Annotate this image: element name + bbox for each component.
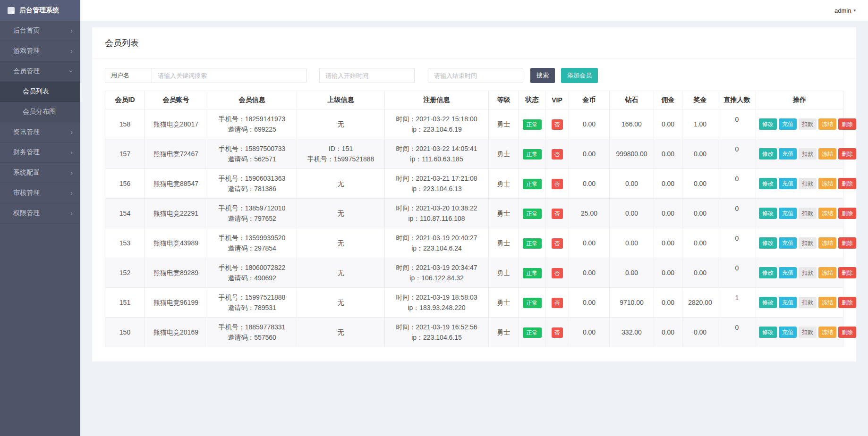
parent-info-cell: 无 xyxy=(297,228,385,258)
diamond-cell: 9710.00 xyxy=(610,288,654,318)
status-cell: 正常 xyxy=(519,318,545,347)
commission-cell: 0.00 xyxy=(654,109,682,139)
deduct-button[interactable]: 扣款 xyxy=(799,178,817,189)
vip-badge: 否 xyxy=(552,119,563,130)
sidebar-item-member-list[interactable]: 会员列表 xyxy=(0,82,80,102)
register-info-cell: 时间：2021-03-22 15:18:00ip：223.104.6.19 xyxy=(385,109,489,139)
actions-cell: 修改充值扣款冻结删除 xyxy=(756,199,843,228)
deduct-button[interactable]: 扣款 xyxy=(799,208,817,219)
sidebar-item-finance[interactable]: 财务管理› xyxy=(0,143,80,163)
vip-badge: 否 xyxy=(552,179,563,189)
deduct-button[interactable]: 扣款 xyxy=(799,237,817,249)
delete-button[interactable]: 删除 xyxy=(838,148,856,159)
vip-badge: 否 xyxy=(552,327,563,338)
level-cell: 勇士 xyxy=(489,139,519,169)
edit-button[interactable]: 修改 xyxy=(759,118,777,130)
bonus-cell: 1.00 xyxy=(682,109,718,139)
search-button[interactable]: 搜索 xyxy=(530,68,555,83)
freeze-button[interactable]: 冻结 xyxy=(818,208,836,219)
edit-button[interactable]: 修改 xyxy=(759,297,777,308)
sidebar-item-label: 系统配置 xyxy=(13,168,40,177)
sidebar-item-audit[interactable]: 审核管理› xyxy=(0,183,80,203)
edit-button[interactable]: 修改 xyxy=(759,178,777,189)
delete-button[interactable]: 删除 xyxy=(838,118,856,130)
chevron-right-icon: › xyxy=(70,27,73,34)
chevron-right-icon: › xyxy=(70,129,73,135)
freeze-button[interactable]: 冻结 xyxy=(818,297,836,308)
recharge-button[interactable]: 充值 xyxy=(779,208,797,219)
recharge-button[interactable]: 充值 xyxy=(779,178,797,189)
commission-cell: 0.00 xyxy=(654,228,682,258)
status-cell: 正常 xyxy=(519,139,545,169)
register-info-cell: 时间：2021-03-19 20:34:47ip：106.122.84.32 xyxy=(385,258,489,288)
commission-cell: 0.00 xyxy=(654,258,682,288)
actions-cell: 修改充值扣款冻结删除 xyxy=(756,228,843,258)
status-badge: 正常 xyxy=(523,179,542,189)
member-account-cell: 熊猫电竞88547 xyxy=(145,169,207,199)
start-time-input[interactable] xyxy=(319,68,415,83)
column-header: 会员账号 xyxy=(145,91,207,109)
freeze-button[interactable]: 冻结 xyxy=(818,118,836,130)
edit-button[interactable]: 修改 xyxy=(759,327,777,338)
freeze-button[interactable]: 冻结 xyxy=(818,178,836,189)
sidebar-item-system[interactable]: 系统配置› xyxy=(0,163,80,183)
deduct-button[interactable]: 扣款 xyxy=(799,297,817,308)
status-badge: 正常 xyxy=(523,119,542,130)
column-header: 奖金 xyxy=(682,91,718,109)
freeze-button[interactable]: 冻结 xyxy=(818,148,836,159)
table-row: 156熊猫电竞88547手机号：15906031363邀请码：781386无时间… xyxy=(105,169,843,199)
recharge-button[interactable]: 充值 xyxy=(779,237,797,249)
deduct-button[interactable]: 扣款 xyxy=(799,267,817,278)
sidebar-item-member[interactable]: 会员管理› xyxy=(0,61,80,82)
column-header: 金币 xyxy=(569,91,610,109)
parent-info-cell: 无 xyxy=(297,199,385,228)
delete-button[interactable]: 删除 xyxy=(838,178,856,189)
bonus-cell: 0.00 xyxy=(682,199,718,228)
table-row: 152熊猫电竞89289手机号：18060072822邀请码：490692无时间… xyxy=(105,258,843,288)
field-select[interactable]: 用户名 xyxy=(105,68,152,83)
vip-badge: 否 xyxy=(552,238,563,249)
recharge-button[interactable]: 充值 xyxy=(779,118,797,130)
edit-button[interactable]: 修改 xyxy=(759,148,777,159)
edit-button[interactable]: 修改 xyxy=(759,237,777,249)
table-row: 158熊猫电竞28017手机号：18259141973邀请码：699225无时间… xyxy=(105,109,843,139)
freeze-button[interactable]: 冻结 xyxy=(818,237,836,249)
sidebar-item-home[interactable]: 后台首页› xyxy=(0,21,80,41)
bonus-cell: 0.00 xyxy=(682,139,718,169)
member-id-cell: 154 xyxy=(105,199,145,228)
level-cell: 勇士 xyxy=(489,258,519,288)
member-info-cell: 手机号：18259141973邀请码：699225 xyxy=(207,109,297,139)
delete-button[interactable]: 删除 xyxy=(838,327,856,338)
member-id-cell: 158 xyxy=(105,109,145,139)
recharge-button[interactable]: 充值 xyxy=(779,148,797,159)
sidebar-item-game[interactable]: 游戏管理› xyxy=(0,41,80,61)
edit-button[interactable]: 修改 xyxy=(759,267,777,278)
sidebar-item-member-map[interactable]: 会员分布图 xyxy=(0,102,80,122)
deduct-button[interactable]: 扣款 xyxy=(799,327,817,338)
add-member-button[interactable]: 添加会员 xyxy=(561,68,598,83)
sidebar-item-permission[interactable]: 权限管理› xyxy=(0,203,80,224)
edit-button[interactable]: 修改 xyxy=(759,208,777,219)
freeze-button[interactable]: 冻结 xyxy=(818,267,836,278)
sidebar-item-label: 后台首页 xyxy=(13,26,40,35)
referrals-cell: 0 xyxy=(718,258,756,288)
sidebar-item-news[interactable]: 资讯管理› xyxy=(0,122,80,143)
vip-cell: 否 xyxy=(545,109,569,139)
delete-button[interactable]: 删除 xyxy=(838,267,856,278)
register-info-cell: 时间：2021-03-22 14:05:41ip：111.60.63.185 xyxy=(385,139,489,169)
user-menu[interactable]: admin ▾ xyxy=(834,7,856,14)
deduct-button[interactable]: 扣款 xyxy=(799,148,817,159)
delete-button[interactable]: 删除 xyxy=(838,208,856,219)
recharge-button[interactable]: 充值 xyxy=(779,297,797,308)
delete-button[interactable]: 删除 xyxy=(838,237,856,249)
freeze-button[interactable]: 冻结 xyxy=(818,327,836,338)
end-time-input[interactable] xyxy=(428,68,523,83)
username: admin xyxy=(834,7,851,14)
keyword-input[interactable] xyxy=(152,68,306,83)
bonus-cell: 0.00 xyxy=(682,258,718,288)
gold-cell: 0.00 xyxy=(569,288,610,318)
recharge-button[interactable]: 充值 xyxy=(779,267,797,278)
recharge-button[interactable]: 充值 xyxy=(779,327,797,338)
delete-button[interactable]: 删除 xyxy=(838,297,856,308)
deduct-button[interactable]: 扣款 xyxy=(799,118,817,130)
